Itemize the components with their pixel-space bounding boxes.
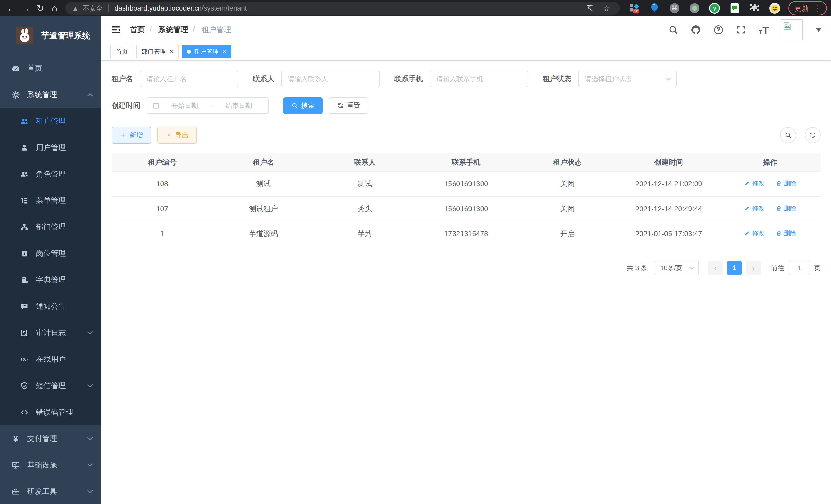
edit-link[interactable]: 修改 [744,179,765,187]
cell-created-time: 2021-12-14 20:49:44 [618,196,719,221]
browser-menu-icon[interactable]: ⋮ [813,4,821,13]
column-header: 联系手机 [416,153,517,171]
prev-page-button[interactable]: ‹ [708,261,722,275]
sidebar-item-3[interactable]: 用户管理 [0,135,101,161]
mobile-input[interactable] [430,71,528,87]
cell-tenant-id: 1 [112,221,213,246]
menu-item-label: 基础设施 [27,460,57,470]
extension-grid-icon[interactable]: 10 [629,2,640,14]
browser-reload-button[interactable]: ↻ [33,1,47,16]
menu-item-label: 用户管理 [36,143,66,153]
tab-0[interactable]: 首页 [111,45,133,58]
extension-recorder-icon[interactable] [689,2,700,14]
svg-text:⌘: ⌘ [671,4,678,11]
browser-home-button[interactable]: ⌂ [47,1,62,16]
breadcrumb-item: / 系统管理 [145,25,188,35]
edit-link[interactable]: 修改 [744,204,765,212]
tab-label: 首页 [116,48,128,56]
sidebar-item-9[interactable]: 通知公告 [0,293,101,320]
delete-link[interactable]: 删除 [776,179,796,187]
extension-chat-icon[interactable] [729,2,741,14]
delete-link[interactable]: 删除 [776,229,796,237]
reset-button[interactable]: 重置 [329,97,369,114]
page-size-select[interactable]: 10条/页 [655,261,699,275]
create-time-range-picker[interactable]: 开始日期 - 结束日期 [147,97,269,114]
extension-command-icon[interactable]: ⌘ [668,2,681,14]
contact-input[interactable] [281,71,380,87]
sidebar-item-16[interactable]: 研发工具 [0,478,101,504]
sidebar-item-5[interactable]: 菜单管理 [0,187,101,214]
extensions-puzzle-icon[interactable] [749,2,761,14]
browser-forward-button[interactable]: → [19,1,33,16]
sidebar-item-8[interactable]: 字典管理 [0,267,101,293]
sidebar-item-4[interactable]: 角色管理 [0,161,101,187]
share-icon[interactable]: ⇱ [583,4,596,13]
goto-page-input[interactable] [789,261,809,275]
filter-row-1: 租户名 联系人 联系手机 租户状态 请选择租户状态 [112,71,821,87]
tab-1[interactable]: 部门管理 × [136,45,179,58]
sidebar-item-15[interactable]: 基础设施 [0,452,101,478]
address-bar[interactable]: ▲ 不安全 dashboard.yudao.iocoder.cn/system/… [65,2,620,14]
chevron-icon [87,435,93,440]
sidebar-item-11[interactable]: 在线用户 [0,346,101,373]
profile-avatar-icon[interactable] [769,2,781,14]
table-row: 108 测试 测试 15601691300 关闭 2021-12-14 21:0… [112,171,821,196]
help-icon[interactable] [713,24,724,35]
menu-item-label: 字典管理 [36,275,66,285]
delete-link[interactable]: 删除 [776,204,796,212]
avatar-dropdown-icon[interactable] [815,28,822,32]
org-tree-icon [20,222,29,232]
tab-close-icon[interactable]: × [170,48,173,55]
app-logo[interactable]: 芋道管理系统 [0,17,101,55]
extension-y-icon[interactable]: y [709,2,720,14]
search-icon[interactable] [667,24,679,35]
fullscreen-icon[interactable] [736,24,747,35]
sidebar-item-10[interactable]: 审计日志 [0,320,101,346]
bookmark-star-icon[interactable]: ☆ [600,4,613,13]
monitor-icon [11,460,21,470]
browser-update-button[interactable]: 更新 ⋮ [789,1,827,16]
sidebar-item-7[interactable]: 岗位管理 [0,240,101,267]
badge-icon [20,249,29,259]
edit-link[interactable]: 修改 [744,229,765,237]
breadcrumb-link[interactable]: 系统管理 [158,25,188,34]
current-page-button[interactable]: 1 [727,261,742,275]
contact-label: 联系人 [253,74,275,84]
status-select[interactable]: 请选择租户状态 [578,71,677,87]
chevron-icon [87,329,93,334]
user-avatar[interactable] [781,19,803,40]
cell-status: 关闭 [517,196,618,221]
breadcrumb-link[interactable]: 首页 [130,25,145,34]
sidebar-item-12[interactable]: 短信管理 [0,373,101,399]
export-button[interactable]: 导出 [157,127,197,144]
tenant-name-input[interactable] [140,71,238,87]
cell-created-time: 2021-12-14 21:02:09 [618,171,719,196]
font-size-icon[interactable]: TT [758,24,769,35]
search-button[interactable]: 搜索 [283,97,323,114]
add-button[interactable]: 新增 [112,127,151,144]
sidebar-item-14[interactable]: ¥ 支付管理 [0,425,101,452]
refresh-table-button[interactable] [805,127,821,143]
sidebar-item-13[interactable]: 错误码管理 [0,399,101,425]
column-header: 租户名 [213,153,314,171]
top-navbar: 首页 / 系统管理 / 租户管理 TT [101,17,831,43]
tab-close-icon[interactable]: × [222,48,226,55]
next-page-button[interactable]: › [746,261,761,275]
delete-icon [776,205,782,211]
sidebar-collapse-icon[interactable] [111,24,121,35]
sidebar-item-2[interactable]: 租户管理 [0,108,101,135]
extension-balloon-icon[interactable] [649,2,660,14]
sidebar-item-0[interactable]: 首页 [0,55,101,82]
column-header: 租户状态 [517,153,618,171]
users-icon [20,116,29,126]
hide-search-button[interactable] [780,127,796,143]
sidebar-item-6[interactable]: 部门管理 [0,214,101,240]
tab-2[interactable]: 租户管理 × [182,45,231,58]
browser-back-button[interactable]: ← [4,1,19,16]
users-icon [20,169,29,179]
cell-mobile: 17321315478 [416,221,517,246]
sidebar: 芋道管理系统 首页 系统管理 租户管理 用户管理 角色管理 菜单管理 部门管理 … [0,17,101,504]
github-icon[interactable] [690,24,701,35]
sidebar-item-1[interactable]: 系统管理 [0,82,101,108]
menu-item-label: 部门管理 [36,222,66,232]
